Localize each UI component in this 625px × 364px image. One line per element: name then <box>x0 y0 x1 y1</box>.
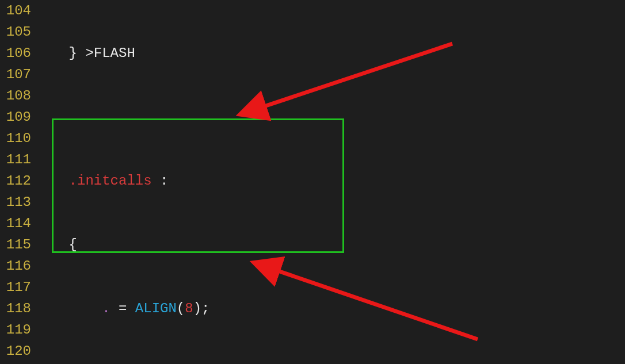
code-line: __initcall_start = .; <box>36 362 625 364</box>
code-line: . = ALIGN(8); <box>36 298 625 319</box>
line-number: 119 <box>0 319 31 340</box>
line-number: 120 <box>0 340 31 362</box>
code-line: .initcalls : <box>36 170 625 191</box>
code-line: } >FLASH <box>36 43 625 64</box>
line-number: 118 <box>0 298 31 319</box>
line-number: 107 <box>0 64 31 85</box>
line-number: 111 <box>0 149 31 170</box>
code-editor: 104 105 106 107 108 109 110 111 112 113 … <box>0 0 625 364</box>
line-number: 117 <box>0 277 31 298</box>
line-number: 115 <box>0 234 31 255</box>
line-number: 113 <box>0 191 31 213</box>
code-line: { <box>36 234 625 255</box>
line-number: 104 <box>0 0 31 21</box>
line-number: 110 <box>0 128 31 149</box>
line-number: 106 <box>0 43 31 64</box>
line-number: 108 <box>0 85 31 106</box>
code-line <box>36 106 625 128</box>
line-number-gutter: 104 105 106 107 108 109 110 111 112 113 … <box>0 0 36 364</box>
line-number: 114 <box>0 213 31 234</box>
line-number: 109 <box>0 106 31 128</box>
line-number: 105 <box>0 21 31 43</box>
line-number: 116 <box>0 255 31 277</box>
code-content[interactable]: } >FLASH .initcalls : { . = ALIGN(8); __… <box>36 0 625 364</box>
line-number: 112 <box>0 170 31 191</box>
